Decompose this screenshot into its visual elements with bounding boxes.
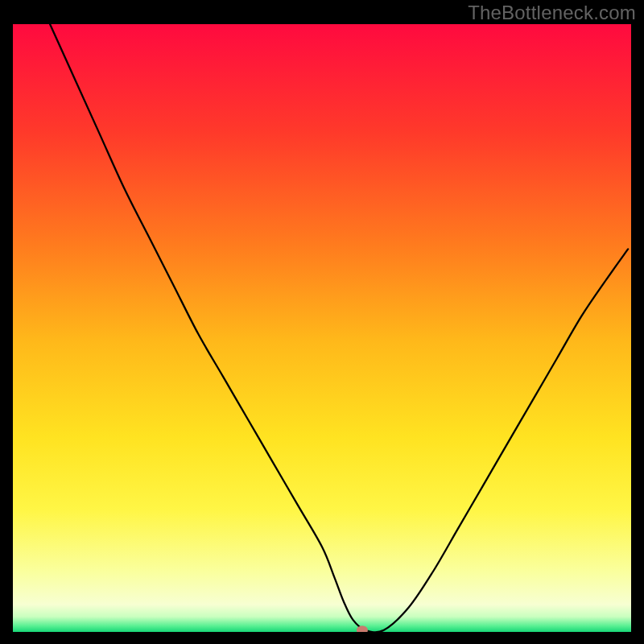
gradient-background bbox=[13, 24, 631, 632]
plot-svg bbox=[13, 24, 631, 632]
plot-area bbox=[13, 24, 631, 632]
chart-container: TheBottleneck.com bbox=[0, 0, 644, 644]
watermark-text: TheBottleneck.com bbox=[468, 2, 636, 24]
